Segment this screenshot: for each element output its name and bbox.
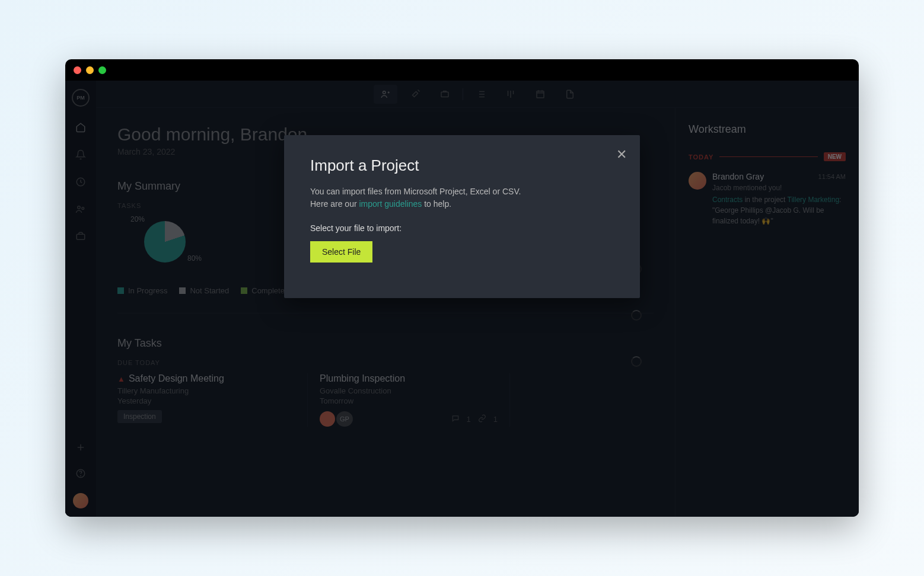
maximize-window-icon[interactable] [98,66,106,74]
import-modal: ✕ Import a Project You can import files … [284,135,640,298]
app-window: PM [65,59,859,517]
close-icon[interactable]: ✕ [616,147,627,162]
import-guidelines-link[interactable]: import guidelines [359,199,422,209]
close-window-icon[interactable] [74,66,81,74]
modal-overlay[interactable]: ✕ Import a Project You can import files … [65,81,859,517]
select-file-button[interactable]: Select File [310,241,372,263]
modal-prompt: Select your file to import: [310,223,614,233]
modal-description: You can import files from Microsoft Proj… [310,185,614,210]
minimize-window-icon[interactable] [86,66,94,74]
titlebar [65,59,859,81]
modal-title: Import a Project [310,156,614,175]
